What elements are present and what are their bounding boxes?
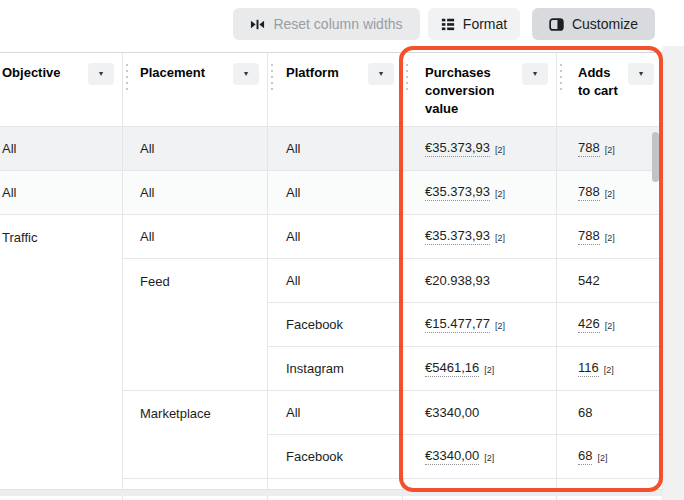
column-header-platform: Platform ▾ — [268, 53, 403, 126]
cell-objective — [0, 391, 123, 435]
table-row: All All All €35.373,93[2] 788[2] — [0, 171, 663, 215]
footnote-marker: [2] — [605, 321, 615, 331]
column-menu-placement[interactable]: ▾ — [233, 63, 259, 85]
cell-objective: Traffic — [0, 215, 123, 259]
cell-platform: All — [268, 259, 403, 303]
customize-button[interactable]: Customize — [532, 8, 655, 40]
footnote-marker: [2] — [484, 365, 494, 375]
cell-placement: Marketplace — [123, 391, 268, 435]
table-row: Facebook €3340,00[2] 68[2] — [0, 435, 663, 479]
cell-placement: Feed — [123, 259, 268, 303]
cell-adds-to-cart[interactable]: 788[2] — [557, 127, 663, 171]
table-footer-row — [0, 496, 663, 500]
customize-label: Customize — [572, 16, 638, 32]
customize-panel-icon — [549, 17, 564, 32]
format-label: Format — [463, 16, 507, 32]
footnote-marker: [2] — [495, 233, 505, 243]
cell-adds-to-cart[interactable]: 68[2] — [557, 435, 663, 479]
column-label: Adds to cart — [578, 64, 626, 100]
table-row: Traffic All All €35.373,93[2] 788[2] — [0, 215, 663, 259]
column-label: Objective — [2, 64, 86, 82]
reset-column-widths-icon — [250, 17, 265, 32]
cell-objective — [0, 347, 123, 391]
format-icon — [441, 17, 455, 31]
column-header-adds-to-cart: Adds to cart ▾ — [557, 53, 663, 126]
reset-column-widths-label: Reset column widths — [273, 16, 402, 32]
cell-objective: All — [0, 127, 123, 171]
format-button[interactable]: Format — [428, 8, 520, 40]
column-label: Placement — [140, 64, 231, 82]
cell-placement — [123, 347, 268, 391]
column-label: Purchases conversion value — [425, 64, 520, 118]
cell-adds-to-cart[interactable]: 788[2] — [557, 171, 663, 215]
cell-platform: Instagram — [268, 347, 403, 391]
cell-adds-to-cart[interactable]: 426[2] — [557, 303, 663, 347]
cell-purchases-value[interactable]: €3340,00 — [403, 391, 557, 435]
column-drag-handle[interactable] — [126, 64, 128, 91]
column-header-placement: Placement ▾ — [123, 53, 268, 126]
column-label: Platform — [286, 64, 366, 82]
chevron-down-icon: ▾ — [639, 69, 643, 78]
footnote-marker: [2] — [605, 233, 615, 243]
column-drag-handle[interactable] — [271, 64, 273, 91]
table-header: Objective ▾ Placement ▾ Platform ▾ Purch… — [0, 52, 663, 127]
table-row: Instagram €5461,16[2] 116[2] — [0, 347, 663, 391]
footnote-marker: [2] — [605, 189, 615, 199]
cell-placement: All — [123, 215, 268, 259]
column-header-objective: Objective ▾ — [0, 53, 123, 126]
cell-placement — [123, 303, 268, 347]
cell-purchases-value[interactable]: €35.373,93[2] — [403, 171, 557, 215]
footnote-marker: [2] — [495, 189, 505, 199]
column-menu-adds[interactable]: ▾ — [628, 63, 654, 85]
cell-platform: All — [268, 391, 403, 435]
cell-purchases-value[interactable]: €15.477,77[2] — [403, 303, 557, 347]
chevron-down-icon: ▾ — [379, 69, 383, 78]
cell-placement — [123, 479, 268, 489]
cell-placement — [123, 435, 268, 479]
cell-purchases-value[interactable]: €3340,00[2] — [403, 435, 557, 479]
cell-platform: All — [268, 215, 403, 259]
cell-objective — [0, 259, 123, 303]
cell-platform: Facebook — [268, 303, 403, 347]
cell-adds-to-cart[interactable]: 116[2] — [557, 347, 663, 391]
table-body: All All All €35.373,93[2] 788[2] All All… — [0, 127, 663, 489]
cell-purchases-value[interactable]: €20.938,93 — [403, 259, 557, 303]
page-background-strip — [663, 46, 684, 500]
chevron-down-icon: ▾ — [99, 69, 103, 78]
reset-column-widths-button[interactable]: Reset column widths — [233, 8, 420, 40]
cell-adds-to-cart[interactable]: 68 — [557, 391, 663, 435]
cell-objective — [0, 435, 123, 479]
table-row: Feed All €20.938,93 542 — [0, 259, 663, 303]
column-drag-handle[interactable] — [406, 64, 408, 91]
vertical-scrollbar-thumb[interactable] — [652, 132, 659, 182]
cell-platform: All — [268, 127, 403, 171]
table-row: Facebook €15.477,77[2] 426[2] — [0, 303, 663, 347]
footnote-marker: [2] — [605, 145, 615, 155]
cell-objective: All — [0, 171, 123, 215]
cell-purchases-value[interactable]: €35.373,93[2] — [403, 127, 557, 171]
cell-purchases-value[interactable]: €35.373,93[2] — [403, 215, 557, 259]
column-header-purchases-conversion-value: Purchases conversion value ▾ — [403, 53, 557, 126]
cell-platform: All — [268, 171, 403, 215]
cell-adds-to-cart — [557, 479, 663, 489]
footnote-marker: [2] — [484, 453, 494, 463]
footnote-marker: [2] — [495, 321, 505, 331]
chevron-down-icon: ▾ — [244, 69, 248, 78]
cell-objective — [0, 479, 123, 489]
column-menu-platform[interactable]: ▾ — [368, 63, 394, 85]
table-row-partial — [0, 479, 663, 489]
column-drag-handle[interactable] — [560, 64, 562, 91]
cell-adds-to-cart[interactable]: 542 — [557, 259, 663, 303]
cell-placement: All — [123, 127, 268, 171]
table-footer-divider — [0, 489, 684, 496]
cell-purchases-value — [403, 479, 557, 489]
cell-purchases-value[interactable]: €5461,16[2] — [403, 347, 557, 391]
footnote-marker: [2] — [597, 453, 607, 463]
column-menu-purchases[interactable]: ▾ — [522, 63, 548, 85]
cell-adds-to-cart[interactable]: 788[2] — [557, 215, 663, 259]
cell-platform — [268, 479, 403, 489]
chevron-down-icon: ▾ — [533, 69, 537, 78]
footnote-marker: [2] — [604, 365, 614, 375]
column-menu-objective[interactable]: ▾ — [88, 63, 114, 85]
cell-platform: Facebook — [268, 435, 403, 479]
